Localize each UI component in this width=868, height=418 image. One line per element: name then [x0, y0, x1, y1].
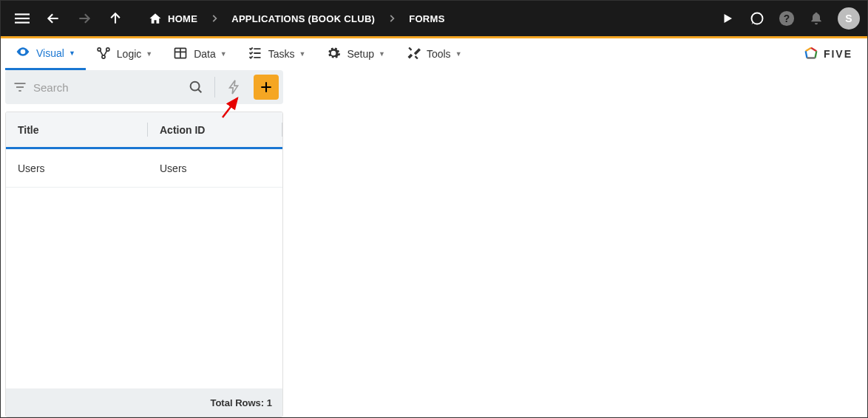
- column-header-title[interactable]: Title: [6, 112, 148, 147]
- gear-icon: [326, 46, 341, 63]
- column-label: Action ID: [160, 124, 205, 136]
- breadcrumb-label: APPLICATIONS (BOOK CLUB): [231, 13, 375, 24]
- data-table: Title Action ID Users Users Total Rows: …: [5, 112, 283, 417]
- tab-label: Tasks: [268, 48, 295, 60]
- footer-label: Total Rows:: [210, 397, 264, 408]
- svg-point-7: [98, 47, 101, 50]
- tab-label: Visual: [36, 47, 64, 59]
- logic-icon: [96, 46, 111, 63]
- tab-label: Data: [194, 48, 216, 60]
- dropdown-triangle-icon: ▼: [379, 50, 385, 58]
- toolbar-left-group: HOME APPLICATIONS (BOOK CLUB) FORMS: [8, 4, 455, 32]
- filter-icon[interactable]: [13, 80, 27, 95]
- avatar[interactable]: S: [838, 7, 860, 30]
- tab-label: Setup: [347, 48, 374, 60]
- footer-count: 1: [267, 397, 272, 408]
- table-row[interactable]: Users Users: [6, 149, 282, 188]
- svg-point-8: [106, 47, 109, 50]
- forward-icon: [70, 4, 98, 32]
- cell-action-id: Users: [148, 162, 282, 174]
- svg-rect-1: [15, 18, 30, 19]
- tools-icon: [406, 46, 421, 63]
- content-area: Title Action ID Users Users Total Rows: …: [1, 70, 867, 417]
- column-divider[interactable]: [282, 123, 282, 137]
- tab-setup[interactable]: Setup ▼: [316, 38, 396, 70]
- eye-icon: [16, 44, 30, 61]
- tab-row: Visual ▼ Logic ▼ Data ▼ Tasks ▼ Setup ▼ …: [1, 38, 867, 70]
- tasks-icon: [248, 46, 262, 63]
- back-icon[interactable]: [39, 4, 67, 32]
- svg-point-6: [21, 50, 24, 52]
- svg-text:?: ?: [784, 13, 790, 24]
- tab-label: Tools: [427, 48, 451, 60]
- search-bar: [5, 70, 283, 104]
- help-icon[interactable]: ?: [773, 4, 801, 32]
- feedback-icon[interactable]: [743, 4, 771, 32]
- svg-rect-0: [15, 13, 30, 15]
- table-icon: [173, 46, 188, 63]
- side-panel: Title Action ID Users Users Total Rows: …: [1, 70, 288, 417]
- tab-tools[interactable]: Tools ▼: [396, 38, 472, 70]
- dropdown-triangle-icon: ▼: [146, 50, 152, 58]
- top-toolbar: HOME APPLICATIONS (BOOK CLUB) FORMS ?: [1, 1, 867, 36]
- table-body: Users Users: [6, 149, 282, 388]
- brand-text: FIVE: [824, 48, 852, 60]
- table-header: Title Action ID: [6, 112, 282, 149]
- dropdown-triangle-icon: ▼: [220, 50, 227, 58]
- svg-rect-2: [15, 22, 30, 24]
- breadcrumb-label: HOME: [168, 13, 197, 24]
- toolbar-right-group: ? S: [713, 4, 860, 32]
- dropdown-triangle-icon: ▼: [69, 49, 75, 57]
- dropdown-triangle-icon: ▼: [299, 50, 306, 58]
- tab-label: Logic: [117, 48, 141, 60]
- tab-logic[interactable]: Logic ▼: [86, 38, 163, 70]
- avatar-letter: S: [845, 13, 852, 24]
- bell-icon[interactable]: [802, 4, 830, 32]
- add-button[interactable]: [254, 75, 279, 100]
- table-footer: Total Rows: 1: [6, 388, 282, 417]
- breadcrumb-label: FORMS: [409, 13, 444, 24]
- play-icon[interactable]: [713, 4, 742, 32]
- menu-icon[interactable]: [8, 4, 36, 32]
- breadcrumb-applications[interactable]: APPLICATIONS (BOOK CLUB): [221, 13, 385, 24]
- search-input[interactable]: [33, 81, 177, 94]
- main-area: [288, 70, 867, 417]
- brand-logo: FIVE: [803, 46, 858, 62]
- wizard-button[interactable]: [221, 74, 248, 100]
- up-icon[interactable]: [101, 4, 129, 32]
- breadcrumb-forms[interactable]: FORMS: [399, 13, 455, 24]
- chevron-right-icon: [385, 13, 399, 24]
- search-icon[interactable]: [183, 79, 208, 95]
- breadcrumb: HOME APPLICATIONS (BOOK CLUB) FORMS: [138, 12, 455, 25]
- breadcrumb-home[interactable]: HOME: [138, 12, 208, 25]
- column-header-action-id[interactable]: Action ID: [148, 112, 282, 147]
- divider: [214, 77, 215, 97]
- tab-data[interactable]: Data ▼: [163, 38, 237, 70]
- dropdown-triangle-icon: ▼: [455, 50, 462, 58]
- chevron-right-icon: [208, 13, 221, 24]
- column-label: Title: [18, 124, 39, 136]
- tab-visual[interactable]: Visual ▼: [5, 38, 86, 70]
- tab-tasks[interactable]: Tasks ▼: [237, 38, 316, 70]
- cell-title: Users: [6, 162, 148, 174]
